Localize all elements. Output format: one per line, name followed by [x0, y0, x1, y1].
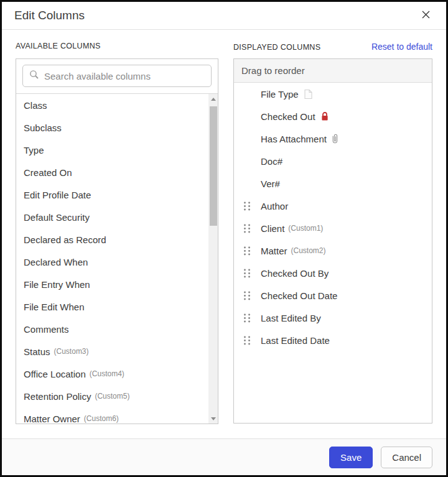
drag-handle-icon[interactable] — [243, 246, 251, 256]
search-box — [22, 65, 212, 87]
list-item[interactable]: Author — [234, 195, 432, 217]
custom-field-tag: (Custom3) — [54, 347, 89, 356]
list-item[interactable]: Last Edited By — [234, 307, 432, 329]
list-item[interactable]: Comments — [16, 318, 208, 340]
column-name: Class — [24, 100, 47, 111]
column-name: Declared When — [24, 257, 88, 267]
column-name: Edit Profile Date — [24, 190, 91, 200]
custom-field-tag: (Custom1) — [288, 224, 323, 233]
scrollbar[interactable] — [208, 94, 218, 424]
column-name: Client — [261, 223, 284, 234]
close-button[interactable] — [418, 7, 434, 24]
list-item[interactable]: File Entry When — [16, 273, 208, 295]
list-item[interactable]: Default Security — [16, 206, 208, 228]
column-name: Checked Out Date — [261, 290, 337, 301]
available-list: ClassSubclassTypeCreated OnEdit Profile … — [16, 94, 218, 424]
column-name: Last Edited Date — [261, 335, 330, 346]
column-name: Matter Owner — [24, 414, 80, 424]
page-title: Edit Columns — [14, 9, 85, 22]
custom-field-tag: (Custom5) — [95, 392, 129, 401]
list-item[interactable]: Office Location(Custom4) — [16, 363, 208, 385]
list-item[interactable]: Retention Policy(Custom5) — [16, 385, 208, 407]
column-name: Checked Out — [261, 111, 315, 122]
close-icon — [421, 10, 431, 21]
column-name: Retention Policy — [24, 391, 91, 402]
drag-handle-icon[interactable] — [243, 336, 251, 345]
available-columns-label: AVAILABLE COLUMNS — [16, 42, 101, 50]
cancel-button[interactable]: Cancel — [381, 447, 432, 468]
custom-field-tag: (Custom2) — [291, 246, 326, 255]
list-item: File Type — [234, 83, 432, 105]
available-columns-section: AVAILABLE COLUMNS ClassSubclassTypeCreat… — [16, 42, 218, 424]
list-item[interactable]: Class — [16, 94, 208, 116]
list-item: Checked Out — [234, 105, 432, 127]
list-item[interactable]: Subclass — [16, 116, 208, 139]
list-item[interactable]: Type — [16, 139, 208, 161]
column-name: Type — [24, 145, 44, 155]
column-name: File Edit When — [24, 302, 85, 312]
edit-columns-dialog: Edit Columns AVAILABLE COLUMNS — [0, 0, 448, 477]
column-name: Created On — [24, 167, 72, 178]
reset-to-default-link[interactable]: Reset to default — [371, 42, 432, 52]
column-name: Comments — [24, 324, 69, 335]
paperclip-icon — [332, 134, 338, 144]
list-item[interactable]: Client(Custom1) — [234, 217, 432, 239]
list-item[interactable]: Edit Profile Date — [16, 183, 208, 206]
list-item[interactable]: Checked Out By — [234, 262, 432, 284]
list-item[interactable]: Matter Owner(Custom6) — [16, 407, 208, 424]
search-icon — [29, 70, 39, 82]
custom-field-tag: (Custom6) — [84, 414, 119, 423]
column-name: Declared as Record — [24, 234, 106, 245]
scrollbar-thumb[interactable] — [210, 106, 217, 226]
column-name: Last Edited By — [261, 313, 321, 323]
displayed-columns-label: DISPLAYED COLUMNS — [233, 43, 320, 52]
displayed-list: File TypeChecked OutHas AttachmentDoc#Ve… — [234, 83, 432, 351]
list-item[interactable]: Declared as Record — [16, 228, 208, 251]
list-item: Ver# — [234, 172, 432, 195]
search-input[interactable] — [44, 71, 205, 81]
dialog-footer: Save Cancel — [2, 438, 446, 475]
displayed-columns-section: DISPLAYED COLUMNS Reset to default Drag … — [233, 42, 432, 424]
custom-field-tag: (Custom4) — [90, 369, 124, 378]
dialog-body: AVAILABLE COLUMNS ClassSubclassTypeCreat… — [2, 30, 446, 438]
drag-handle-icon[interactable] — [243, 224, 251, 233]
dialog-header: Edit Columns — [2, 2, 446, 30]
column-name: File Type — [261, 89, 299, 100]
column-name: Office Location — [24, 369, 86, 379]
drag-handle-icon[interactable] — [243, 313, 251, 323]
document-icon — [304, 89, 313, 100]
scrollbar-down-icon[interactable] — [208, 414, 218, 424]
drag-handle-icon[interactable] — [243, 291, 251, 300]
list-item[interactable]: Checked Out Date — [234, 284, 432, 307]
column-name: Subclass — [24, 123, 62, 133]
displayed-columns-panel: Drag to reorder File TypeChecked OutHas … — [233, 58, 432, 424]
list-item[interactable]: Created On — [16, 161, 208, 183]
column-name: File Entry When — [24, 279, 90, 290]
scrollbar-up-icon[interactable] — [208, 94, 218, 104]
available-columns-panel: ClassSubclassTypeCreated OnEdit Profile … — [16, 58, 218, 424]
available-list-area: ClassSubclassTypeCreated OnEdit Profile … — [16, 93, 218, 424]
list-item: Has Attachment — [234, 127, 432, 150]
list-item[interactable]: Last Edited Date — [234, 329, 432, 351]
list-item[interactable]: Matter(Custom2) — [234, 239, 432, 262]
column-name: Doc# — [261, 156, 282, 167]
save-button[interactable]: Save — [329, 447, 373, 468]
drag-to-reorder-header: Drag to reorder — [234, 59, 432, 83]
list-item[interactable]: File Edit When — [16, 295, 208, 318]
lock-icon — [320, 111, 329, 121]
column-name: Status — [24, 346, 50, 357]
drag-handle-icon[interactable] — [243, 201, 251, 211]
column-name: Ver# — [261, 178, 280, 189]
drag-handle-icon[interactable] — [243, 269, 251, 278]
list-item: Doc# — [234, 150, 432, 172]
list-item[interactable]: Declared When — [16, 251, 208, 273]
column-name: Has Attachment — [261, 134, 327, 144]
list-item[interactable]: Status(Custom3) — [16, 340, 208, 363]
column-name: Author — [261, 201, 288, 211]
column-name: Checked Out By — [261, 268, 329, 279]
column-name: Default Security — [24, 212, 90, 223]
column-name: Matter — [261, 246, 287, 256]
